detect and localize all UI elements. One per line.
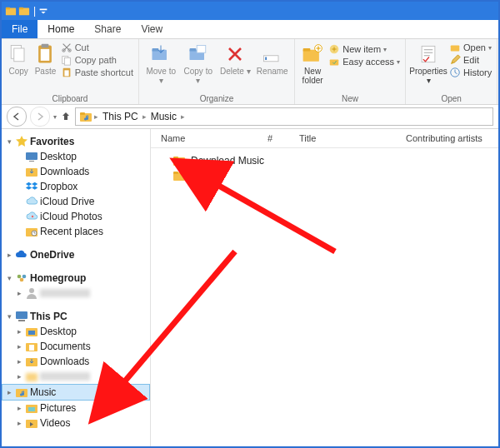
ribbon-group-organize: Move to ▾ Copy to ▾ Delete ▾ Rename Orga… (139, 39, 295, 104)
up-icon (60, 110, 72, 122)
chevron-right-icon[interactable]: ▸ (142, 112, 147, 121)
svg-rect-7 (42, 44, 49, 47)
cut-label: Cut (75, 42, 89, 52)
list-item[interactable]: iTunes (172, 168, 498, 183)
recent-locations-dropdown[interactable]: ▾ (53, 113, 57, 121)
move-to-button[interactable]: Move to ▾ (144, 41, 178, 85)
folder-icon (172, 154, 186, 167)
copy-path-icon (61, 54, 72, 66)
new-item-label: New item (342, 44, 381, 54)
tree-pc-videos[interactable]: ▸Videos (2, 416, 150, 431)
back-icon (12, 112, 21, 121)
properties-button[interactable]: Properties▾ (411, 41, 446, 85)
ribbon-group-open: Properties▾ Open ▾ Edit History Open (406, 39, 498, 104)
rename-button[interactable]: Rename (256, 41, 290, 76)
paste-icon (33, 42, 57, 66)
tree-favorites[interactable]: ▾Favorites (2, 134, 150, 149)
navigation-tree[interactable]: ▾Favorites Desktop Downloads Dropbox iCl… (2, 129, 151, 448)
open-button[interactable]: Open ▾ (449, 42, 492, 53)
paste-shortcut-label: Paste shortcut (75, 67, 133, 77)
svg-rect-18 (189, 48, 196, 52)
tree-fav-recent[interactable]: Recent places (2, 224, 150, 239)
downloads-icon (25, 165, 38, 178)
paste-shortcut-button[interactable]: Paste shortcut (61, 67, 133, 78)
svg-rect-23 (303, 48, 311, 52)
delete-icon (223, 42, 247, 66)
chevron-right-icon[interactable]: ▸ (181, 112, 185, 121)
paste-button[interactable]: Paste (33, 41, 57, 76)
forward-icon (36, 112, 44, 121)
tree-fav-iclouddrive[interactable]: iCloud Drive (2, 194, 150, 209)
tree-onedrive[interactable]: ▸OneDrive (2, 247, 150, 262)
open-group-label: Open (406, 94, 497, 103)
svg-rect-49 (28, 331, 35, 335)
edit-icon (449, 54, 461, 66)
column-headers[interactable]: Name # Title Contributing artists (151, 129, 498, 148)
file-name: Download Music (191, 155, 264, 167)
tree-pc-music[interactable]: ▸Music (2, 384, 150, 401)
crumb-music[interactable]: Music (148, 111, 179, 122)
qat-folder-icon[interactable] (18, 5, 30, 17)
tree-pc-downloads[interactable]: ▸Downloads (2, 354, 150, 369)
list-item[interactable]: Download Music (172, 153, 498, 168)
nav-bar: ▾ ▸ This PC ▸ Music ▸ (2, 105, 498, 129)
copy-button[interactable]: Copy (7, 41, 30, 76)
address-bar[interactable]: ▸ This PC ▸ Music ▸ (75, 107, 493, 126)
onedrive-icon (15, 248, 28, 261)
up-button[interactable] (60, 110, 72, 124)
new-item-button[interactable]: New item ▾ (328, 43, 400, 55)
easy-access-button[interactable]: Easy access ▾ (328, 56, 400, 67)
tab-view[interactable]: View (131, 20, 172, 38)
svg-rect-5 (14, 48, 24, 62)
title-bar: | (2, 2, 498, 20)
ribbon: Copy Paste Cut Copy path Paste shortcut … (2, 39, 498, 105)
tree-fav-dropbox[interactable]: Dropbox (2, 179, 150, 194)
svg-rect-1 (6, 7, 10, 10)
back-button[interactable] (7, 107, 27, 127)
tree-fav-downloads[interactable]: Downloads (2, 164, 150, 179)
ribbon-group-new: New folder New item ▾ Easy access ▾ New (295, 39, 406, 104)
history-button[interactable]: History (449, 67, 492, 78)
col-title[interactable]: Title (299, 133, 406, 143)
tree-fav-icloudphotos[interactable]: iCloud Photos (2, 209, 150, 224)
col-number[interactable]: # (268, 133, 299, 143)
chevron-right-icon[interactable]: ▸ (94, 112, 98, 121)
dropbox-icon (25, 180, 38, 193)
forward-button[interactable] (30, 107, 50, 127)
edit-button[interactable]: Edit (449, 54, 492, 66)
qat-dropdown-icon[interactable] (38, 5, 49, 17)
tab-home[interactable]: Home (38, 20, 84, 38)
copy-path-button[interactable]: Copy path (61, 54, 133, 66)
svg-rect-16 (152, 48, 159, 52)
downloads-folder-icon (25, 355, 38, 368)
svg-rect-61 (173, 172, 178, 174)
music-location-icon (79, 110, 92, 123)
new-folder-button[interactable]: New folder (300, 41, 325, 85)
file-list-pane[interactable]: Name # Title Contributing artists Downlo… (151, 129, 498, 448)
rename-icon (261, 42, 284, 66)
svg-point-42 (18, 275, 22, 279)
delete-button[interactable]: Delete ▾ (218, 41, 252, 76)
copy-to-button[interactable]: Copy to ▾ (182, 41, 216, 85)
col-name[interactable]: Name (161, 133, 268, 143)
svg-rect-14 (64, 70, 68, 76)
tree-homegroup-user[interactable]: ▸ (2, 286, 150, 301)
tree-this-pc[interactable]: ▾This PC (2, 309, 150, 324)
open-label: Open (463, 42, 486, 52)
tree-homegroup[interactable]: ▾Homegroup (2, 271, 150, 286)
tab-file[interactable]: File (2, 20, 38, 38)
cut-button[interactable]: Cut (61, 42, 133, 53)
tree-pc-desktop[interactable]: ▸Desktop (2, 324, 150, 339)
copy-label: Copy (8, 67, 28, 76)
tab-share[interactable]: Share (84, 20, 131, 38)
svg-point-45 (29, 288, 34, 293)
tree-pc-pictures[interactable]: ▸Pictures (2, 401, 150, 416)
col-contrib[interactable]: Contributing artists (406, 133, 489, 143)
crumb-this-pc[interactable]: This PC (100, 111, 141, 122)
tree-pc-documents[interactable]: ▸Documents (2, 339, 150, 354)
desktop-folder-icon (25, 325, 38, 338)
tree-fav-desktop[interactable]: Desktop (2, 149, 150, 164)
tree-pc-blurred[interactable]: ▸ (2, 369, 150, 384)
open-icon (449, 42, 461, 53)
new-item-icon (328, 43, 340, 55)
